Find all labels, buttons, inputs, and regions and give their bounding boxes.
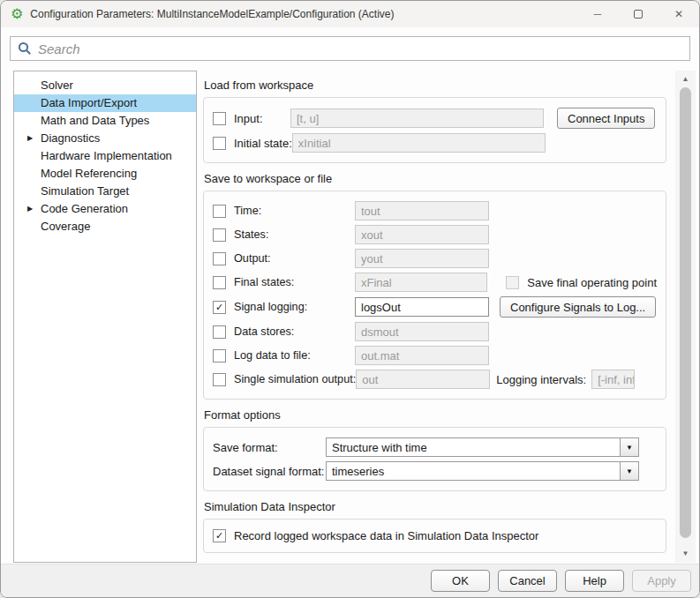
ok-button[interactable]: OK (431, 570, 490, 592)
save-format-value: Structure with time (326, 437, 621, 457)
configuration-parameters-dialog: ⚙ Configuration Parameters: MultiInstanc… (0, 0, 700, 598)
time-field: tout (355, 201, 489, 221)
expand-arrow-icon[interactable]: ▶ (27, 130, 33, 147)
sidebar-item-math-and-data-types[interactable]: Math and Data Types (14, 112, 196, 130)
section-title-save-to-workspace: Save to workspace or file (204, 172, 666, 185)
chevron-down-icon[interactable]: ▼ (621, 461, 639, 481)
sidebar-item-label: Coverage (41, 220, 90, 233)
search-bar (1, 27, 699, 70)
log-data-to-file-row: Log data to file: out.mat (213, 346, 657, 365)
configure-signals-button[interactable]: Configure Signals to Log... (500, 296, 656, 318)
input-checkbox[interactable] (213, 112, 226, 125)
sidebar-item-simulation-target[interactable]: Simulation Target (14, 183, 196, 200)
save-final-operating-point-label: Save final operating point (527, 276, 657, 289)
save-final-operating-point-wrap: Save final operating point (506, 276, 657, 289)
output-checkbox[interactable] (213, 252, 226, 265)
time-checkbox[interactable] (213, 205, 226, 218)
data-stores-row: Data stores: dsmout (213, 322, 657, 341)
input-label: Input: (234, 112, 290, 125)
states-row: States: xout (213, 225, 657, 244)
close-icon: ✕ (674, 8, 683, 20)
minimize-button[interactable]: ─ (577, 1, 618, 27)
scroll-up-icon[interactable]: ▲ (675, 72, 696, 86)
vertical-scrollbar[interactable]: ▲ ▼ (675, 71, 696, 563)
dialog-footer: OK Cancel Help Apply (1, 564, 699, 597)
sidebar-item-data-import-export[interactable]: Data Import/Export (14, 94, 196, 112)
sidebar-item-label: Simulation Target (41, 184, 129, 198)
dialog-body: Solver Data Import/Export Math and Data … (1, 70, 699, 565)
sidebar-item-label: Diagnostics (41, 131, 100, 145)
search-icon (18, 41, 32, 56)
log-data-to-file-checkbox[interactable] (213, 349, 226, 363)
save-final-operating-point-checkbox (506, 276, 519, 289)
signal-logging-checkbox[interactable]: ✓ (213, 301, 226, 314)
log-data-to-file-field: out.mat (355, 346, 489, 365)
save-format-row: Save format: Structure with time ▼ (213, 437, 657, 457)
section-title-load-from-workspace: Load from workspace (204, 78, 666, 92)
cancel-button[interactable]: Cancel (498, 570, 557, 592)
log-data-to-file-label: Log data to file: (234, 349, 355, 362)
signal-logging-field[interactable]: logsOut (355, 297, 489, 317)
time-label: Time: (234, 205, 355, 217)
logging-intervals-wrap: Logging intervals: [-inf, inf] (496, 370, 635, 389)
app-gear-icon: ⚙ (11, 7, 23, 21)
minimize-icon: ─ (594, 8, 602, 20)
states-field: xout (355, 225, 489, 244)
sidebar-item-label: Math and Data Types (41, 114, 149, 127)
sidebar-item-label: Model Referencing (41, 167, 137, 180)
dataset-signal-format-dropdown[interactable]: timeseries ▼ (326, 461, 639, 481)
states-checkbox[interactable] (213, 228, 226, 242)
section-title-simulation-data-inspector: Simulation Data Inspector (204, 500, 666, 513)
final-states-label: Final states: (234, 276, 355, 288)
output-field: yout (355, 249, 489, 268)
initial-state-checkbox[interactable] (213, 137, 226, 150)
expand-arrow-icon[interactable]: ▶ (27, 200, 33, 218)
close-button[interactable]: ✕ (659, 1, 699, 27)
record-logged-data-row: ✓ Record logged workspace data in Simula… (213, 529, 657, 542)
chevron-down-icon[interactable]: ▼ (621, 437, 639, 457)
dataset-signal-format-row: Dataset signal format: timeseries ▼ (213, 461, 657, 481)
sidebar-item-hardware-implementation[interactable]: Hardware Implementation (14, 147, 196, 165)
sidebar-item-diagnostics[interactable]: ▶Diagnostics (14, 130, 196, 147)
connect-inputs-button[interactable]: Connect Inputs (557, 108, 655, 129)
save-format-dropdown[interactable]: Structure with time ▼ (326, 437, 639, 457)
scrollbar-thumb[interactable] (680, 87, 691, 538)
sidebar-item-coverage[interactable]: Coverage (14, 218, 196, 235)
states-label: States: (234, 228, 355, 241)
final-states-field: xFinal (355, 273, 487, 292)
final-states-checkbox[interactable] (213, 276, 226, 289)
format-options-group: Save format: Structure with time ▼ Datas… (203, 427, 666, 491)
signal-logging-label: Signal logging: (234, 301, 355, 313)
signal-logging-row: ✓ Signal logging: logsOut Configure Sign… (213, 296, 657, 318)
time-row: Time: tout (213, 201, 657, 221)
search-input[interactable] (38, 41, 682, 56)
sidebar-item-solver[interactable]: Solver (14, 77, 196, 94)
single-simulation-output-checkbox[interactable] (213, 373, 226, 386)
maximize-icon (634, 10, 643, 19)
input-row: Input: [t, u] Connect Inputs (213, 108, 657, 129)
final-states-row: Final states: xFinal Save final operatin… (213, 273, 657, 292)
single-simulation-output-label: Single simulation output: (234, 373, 356, 385)
category-tree: Solver Data Import/Export Math and Data … (13, 71, 197, 563)
data-stores-checkbox[interactable] (213, 325, 226, 339)
window-controls: ─ ✕ (577, 1, 699, 27)
logging-intervals-field: [-inf, inf] (591, 370, 635, 389)
maximize-button[interactable] (618, 1, 659, 27)
sidebar-item-label: Hardware Implementation (41, 149, 172, 162)
search-box[interactable] (10, 36, 690, 61)
output-label: Output: (234, 252, 355, 265)
sidebar-item-model-referencing[interactable]: Model Referencing (14, 165, 196, 183)
record-logged-data-checkbox[interactable]: ✓ (213, 529, 226, 542)
record-logged-data-label: Record logged workspace data in Simulati… (234, 529, 538, 542)
single-simulation-output-row: Single simulation output: out Logging in… (213, 370, 657, 389)
dataset-signal-format-value: timeseries (326, 461, 621, 481)
help-button[interactable]: Help (565, 570, 624, 592)
scroll-down-icon[interactable]: ▼ (675, 547, 696, 560)
data-stores-label: Data stores: (234, 325, 355, 338)
initial-state-row: Initial state: xInitial (213, 133, 657, 153)
sidebar-item-label: Code Generation (41, 202, 128, 215)
sidebar-item-code-generation[interactable]: ▶Code Generation (14, 200, 196, 218)
single-simulation-output-field: out (356, 370, 490, 389)
title-bar: ⚙ Configuration Parameters: MultiInstanc… (1, 1, 699, 27)
section-title-format-options: Format options (204, 408, 666, 422)
